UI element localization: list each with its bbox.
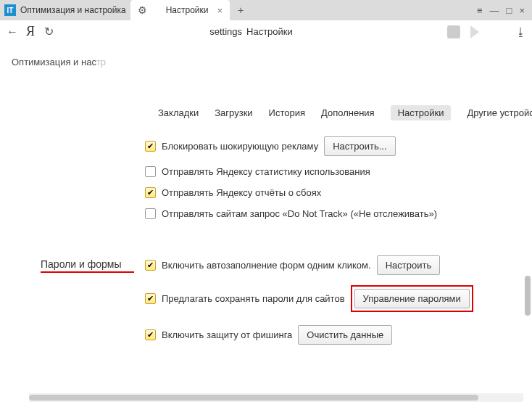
manage-passwords-button[interactable]: Управление паролями: [354, 289, 470, 308]
configure-autofill-button[interactable]: Настроить: [377, 255, 441, 275]
close-window-icon[interactable]: ×: [519, 5, 525, 16]
opt-autofill: Включить автозаполнение форм одним клико…: [145, 255, 532, 275]
label-autofill: Включить автозаполнение форм одним клико…: [162, 260, 371, 271]
nav-addons[interactable]: Дополнения: [321, 107, 375, 118]
minimize-icon[interactable]: —: [490, 5, 499, 16]
label-dnt: Отправлять сайтам запрос «Do Not Track» …: [162, 208, 437, 219]
menu-icon[interactable]: ≡: [477, 5, 483, 16]
reload-button[interactable]: ↻: [42, 25, 55, 38]
breadcrumb-faded: тр: [96, 57, 106, 67]
section-passwords-forms: Пароли и формы: [41, 258, 134, 273]
download-icon[interactable]: ⭳: [515, 25, 526, 38]
checkbox-dnt[interactable]: [145, 208, 156, 219]
window-controls: ≡ — □ ×: [477, 5, 532, 16]
settings-nav: Закладки Загрузки История Дополнения Нас…: [0, 67, 532, 136]
content: Блокировать шокирующую рекламу Настроить…: [0, 136, 532, 345]
opt-dnt: Отправлять сайтам запрос «Do Not Track» …: [145, 208, 532, 219]
opt-phishing: Включить защиту от фишинга Очистить данн…: [145, 325, 532, 345]
tab-optimization[interactable]: IT Оптимизация и настройка: [0, 0, 130, 20]
nav-settings[interactable]: Настройки: [391, 105, 452, 120]
opt-block-shock: Блокировать шокирующую рекламу Настроить…: [145, 136, 532, 156]
highlight-manage-passwords: Управление паролями: [351, 285, 473, 312]
checkbox-save-passwords[interactable]: [145, 293, 156, 304]
configure-block-shock-button[interactable]: Настроить...: [324, 136, 395, 156]
forms-section: Пароли и формы Включить автозаполнение ф…: [20, 255, 532, 345]
nav-history[interactable]: История: [269, 107, 305, 118]
label-send-stats: Отправлять Яндексу статистику использова…: [162, 166, 370, 177]
address-bar: ← Я ↻ settings Настройки ⭳: [0, 20, 532, 44]
checkbox-send-stats[interactable]: [145, 166, 156, 177]
breadcrumb-text: Оптимизация и нас: [12, 57, 96, 67]
checkbox-block-shock[interactable]: [145, 141, 156, 152]
vertical-scrollbar[interactable]: [525, 276, 531, 316]
favicon-it: IT: [4, 4, 16, 16]
checkbox-autofill[interactable]: [145, 260, 156, 271]
clear-data-button[interactable]: Очистить данные: [298, 325, 392, 345]
url-box[interactable]: settings Настройки: [62, 26, 440, 37]
url-path: settings: [209, 26, 242, 37]
titlebar: IT Оптимизация и настройка ⚙ Настройки ×…: [0, 0, 532, 20]
label-phishing: Включить защиту от фишинга: [162, 329, 292, 340]
horizontal-scrollbar-thumb[interactable]: [29, 395, 478, 401]
breadcrumb: Оптимизация и настр: [0, 44, 532, 67]
label-save-passwords: Предлагать сохранять пароли для сайтов: [162, 293, 345, 304]
gear-icon: ⚙: [138, 4, 147, 16]
yandex-logo[interactable]: Я: [26, 24, 35, 39]
tab-title: Настройки: [166, 5, 209, 15]
privacy-options: Блокировать шокирующую рекламу Настроить…: [20, 136, 532, 219]
opt-crash-reports: Отправлять Яндексу отчёты о сбоях: [145, 187, 532, 198]
maximize-icon[interactable]: □: [507, 5, 512, 16]
checkbox-crash-reports[interactable]: [145, 187, 156, 198]
shield-icon[interactable]: [447, 25, 460, 38]
page: Оптимизация и настр Закладки Загрузки Ис…: [0, 44, 532, 392]
nav-devices[interactable]: Другие устройств: [467, 107, 532, 118]
nav-downloads[interactable]: Загрузки: [215, 107, 252, 118]
tab-settings[interactable]: ⚙ Настройки ×: [130, 0, 230, 20]
horizontal-scrollbar[interactable]: [29, 393, 523, 402]
back-button[interactable]: ←: [6, 25, 19, 38]
tab-title: Оптимизация и настройка: [20, 5, 126, 15]
new-tab-button[interactable]: +: [236, 5, 246, 15]
url-title: Настройки: [246, 26, 293, 37]
opt-send-stats: Отправлять Яндексу статистику использова…: [145, 166, 532, 177]
label-crash-reports: Отправлять Яндексу отчёты о сбоях: [162, 187, 321, 198]
opt-save-passwords: Предлагать сохранять пароли для сайтов У…: [145, 285, 532, 312]
checkbox-phishing[interactable]: [145, 329, 156, 340]
bookmark-star-icon[interactable]: [470, 25, 479, 38]
label-block-shock: Блокировать шокирующую рекламу: [162, 141, 318, 152]
nav-bookmarks[interactable]: Закладки: [158, 107, 199, 118]
close-tab-icon[interactable]: ×: [217, 5, 223, 16]
